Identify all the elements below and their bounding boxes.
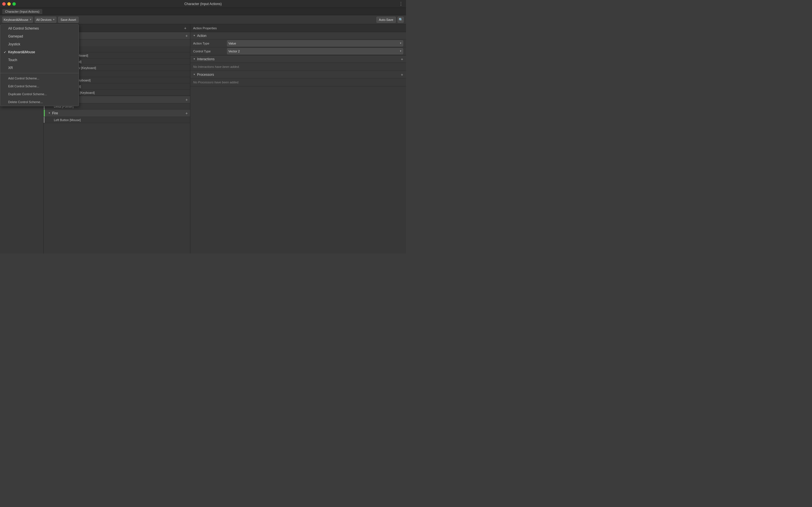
add-action-button[interactable]: +: [183, 25, 188, 31]
action-section: ▼ Action Action Type Value ▼ Control Typ…: [190, 32, 406, 55]
properties-panel: Action Properties ▼ Action Action Type V…: [190, 24, 406, 253]
processors-section: ▼ Processors + No Processors have been a…: [190, 71, 406, 87]
all-control-schemes-label: All Control Schemes: [8, 26, 39, 31]
tab-character-input-actions[interactable]: Character (Input Actions): [2, 9, 42, 14]
dropdown-arrow-icon: ▼: [29, 18, 32, 21]
minimize-button[interactable]: [7, 2, 11, 6]
dropdown-item-add-scheme[interactable]: Add Control Scheme...: [0, 74, 79, 82]
control-scheme-dropdown[interactable]: Keyboard&Mouse ▼: [2, 17, 33, 23]
save-asset-button[interactable]: Save Asset: [58, 17, 79, 23]
xr-label: XR: [8, 66, 13, 70]
control-scheme-dropdown-menu: All Control Schemes Gamepad Joystick ✓ K…: [0, 24, 79, 106]
dropdown-item-all-control-schemes[interactable]: All Control Schemes: [0, 24, 79, 33]
gamepad-label: Gamepad: [8, 34, 23, 38]
dropdown-item-xr[interactable]: XR: [0, 64, 79, 72]
edit-scheme-label: Edit Control Scheme...: [8, 84, 39, 88]
control-type-row: Control Type Vector 2 ▼: [190, 47, 406, 55]
action-group-fire[interactable]: ▼ Fire +: [44, 110, 190, 117]
interactions-empty-text: No Interactions have been added.: [190, 63, 406, 71]
window-title: Character (Input Actions): [185, 2, 222, 6]
touch-label: Touch: [8, 58, 17, 62]
joystick-label: Joystick: [8, 42, 20, 46]
dropdown-item-edit-scheme[interactable]: Edit Control Scheme...: [0, 82, 79, 90]
processors-label: Processors: [197, 73, 214, 76]
properties-header: Action Properties: [190, 24, 406, 32]
add-processor-button[interactable]: +: [401, 72, 403, 77]
devices-arrow-icon: ▼: [53, 18, 55, 21]
fire-label: Fire: [52, 111, 58, 115]
devices-dropdown[interactable]: All Devices ▼: [35, 17, 56, 23]
fire-accent-bar: [44, 110, 45, 117]
interactions-section-header[interactable]: ▼ Interactions +: [190, 55, 406, 63]
action-section-label: Action: [197, 34, 206, 38]
control-scheme-label: Keyboard&Mouse: [4, 18, 28, 21]
interactions-chevron-icon: ▼: [193, 58, 195, 60]
dropdown-item-duplicate-scheme[interactable]: Duplicate Control Scheme...: [0, 90, 79, 98]
action-section-header[interactable]: ▼ Action: [190, 32, 406, 40]
action-section-chevron-icon: ▼: [193, 34, 195, 37]
left-button-accent: [44, 117, 45, 123]
action-type-row: Action Type Value ▼: [190, 40, 406, 47]
action-type-dropdown[interactable]: Value ▼: [227, 40, 403, 47]
binding-left-button-mouse[interactable]: Left Button [Mouse]: [44, 117, 190, 123]
left-button-label: Left Button [Mouse]: [54, 118, 81, 122]
toolbar: Keyboard&Mouse ▼ All Devices ▼ Save Asse…: [0, 15, 406, 24]
add-fire-button[interactable]: +: [186, 111, 188, 115]
dropdown-item-delete-scheme[interactable]: Delete Control Scheme...: [0, 98, 79, 106]
window-controls: [2, 2, 16, 6]
fire-chevron-icon: ▼: [48, 112, 50, 114]
processors-section-header[interactable]: ▼ Processors +: [190, 71, 406, 78]
processors-empty-text: No Processors have been added.: [190, 78, 406, 86]
devices-label: All Devices: [36, 18, 51, 21]
action-type-value: Value: [229, 42, 236, 45]
interactions-label: Interactions: [197, 57, 214, 61]
processors-chevron-icon: ▼: [193, 73, 195, 76]
add-interaction-button[interactable]: +: [401, 57, 403, 61]
properties-title: Action Properties: [193, 26, 217, 30]
search-icon: 🔍: [399, 18, 403, 22]
dropdown-item-gamepad[interactable]: Gamepad: [0, 33, 79, 40]
dropdown-item-keyboard-mouse[interactable]: ✓ Keyboard&Mouse: [0, 48, 79, 56]
duplicate-scheme-label: Duplicate Control Scheme...: [8, 93, 47, 96]
maximize-button[interactable]: [12, 2, 16, 6]
keyboard-check-icon: ✓: [4, 50, 8, 54]
interactions-section: ▼ Interactions + No Interactions have be…: [190, 55, 406, 71]
action-type-label: Action Type: [193, 42, 227, 45]
menu-icon[interactable]: ⋮: [399, 1, 403, 6]
autosave-label: Auto-Save: [376, 17, 396, 23]
add-scheme-label: Add Control Scheme...: [8, 76, 40, 80]
control-type-arrow-icon: ▼: [400, 50, 402, 52]
add-move-button[interactable]: +: [186, 34, 188, 38]
close-button[interactable]: [2, 2, 6, 6]
keyboard-mouse-label: Keyboard&Mouse: [8, 50, 35, 54]
tab-bar: Character (Input Actions): [0, 8, 406, 15]
dropdown-item-joystick[interactable]: Joystick: [0, 40, 79, 48]
action-type-arrow-icon: ▼: [400, 42, 402, 45]
search-button[interactable]: 🔍: [398, 17, 404, 23]
control-type-dropdown[interactable]: Vector 2 ▼: [227, 48, 403, 54]
dropdown-item-touch[interactable]: Touch: [0, 56, 79, 64]
delete-scheme-label: Delete Control Scheme...: [8, 100, 43, 104]
add-look-button[interactable]: +: [186, 98, 188, 102]
control-type-label: Control Type: [193, 50, 227, 53]
titlebar: Character (Input Actions) ⋮: [0, 0, 406, 8]
control-type-value: Vector 2: [229, 50, 240, 53]
